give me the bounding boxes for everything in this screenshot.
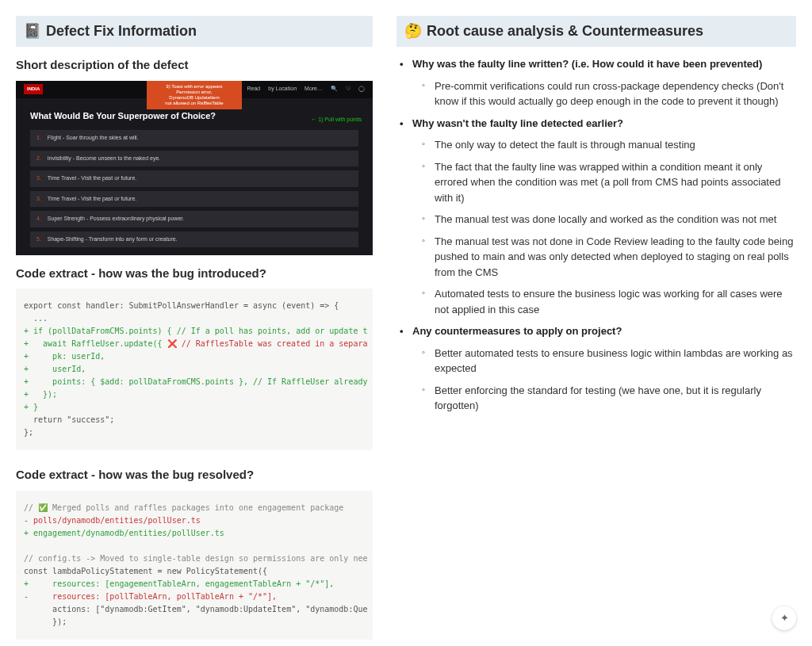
- subheading-code-fix: Code extract - how was the bug resolved?: [16, 466, 373, 484]
- search-icon: 🔍: [331, 85, 338, 94]
- ss-option: 4.Super Strength - Possess extraordinary…: [30, 211, 358, 227]
- list-item: The manual test was done locally and wor…: [422, 212, 796, 227]
- defect-banner: 📓 Defect Fix Information: [16, 16, 373, 47]
- left-column: 📓 Defect Fix Information Short descripti…: [16, 16, 373, 646]
- fab-button[interactable]: ✦: [772, 606, 796, 630]
- user-icon: ◯: [358, 85, 365, 94]
- rca-banner: 🤔 Root cause analysis & Countermeasures: [396, 16, 796, 47]
- list-item: Better enforcing the standard for testin…: [422, 383, 796, 414]
- ss-option: 3.Time Travel - Visit the past or future…: [30, 170, 358, 187]
- list-item: Pre-commit verifications could run cross…: [422, 78, 796, 109]
- rca-list: Why was the faulty line written? (i.e. H…: [396, 56, 796, 414]
- ss-nav-item: More…: [304, 85, 323, 94]
- right-column: 🤔 Root cause analysis & Countermeasures …: [396, 16, 796, 646]
- ss-toast: 3) Toast with error appears Permission e…: [147, 81, 242, 110]
- rca-question-1: Why was the faulty line written? (i.e. H…: [400, 56, 796, 109]
- annotation-1: ← 1) Poll with points: [311, 116, 362, 124]
- code-block-fix: // ✅ Merged polls and raffles packages i…: [16, 491, 373, 640]
- subheading-short-desc: Short description of the defect: [16, 56, 373, 75]
- list-item: The manual test was not done in Code Rev…: [422, 234, 796, 281]
- check-icon: ✅: [38, 503, 48, 512]
- ss-option: 3.Time Travel - Visit the past or future…: [30, 191, 358, 208]
- subheading-code-intro: Code extract - how was the bug introduce…: [16, 265, 373, 283]
- list-item: The only way to detect the fault is thro…: [422, 137, 796, 153]
- ss-nav-item: Read: [247, 85, 261, 94]
- code-block-intro: export const handler: SubmitPollAnswerHa…: [16, 289, 373, 450]
- notebook-icon: 📓: [24, 21, 41, 42]
- rca-question-3: Any countermeasures to apply on project?…: [400, 323, 796, 414]
- ss-option: 1.Flight - Soar through the skies at wil…: [30, 130, 358, 147]
- defect-screenshot: INDIA 🏠 Home All Read by Location More… …: [16, 81, 373, 255]
- defect-title: Defect Fix Information: [46, 21, 197, 42]
- rca-title: Root cause analysis & Countermeasures: [427, 21, 703, 42]
- ss-question: What Would Be Your Superpower of Choice?: [30, 109, 358, 123]
- list-item: Better automated tests to ensure busines…: [422, 346, 796, 377]
- sparkle-icon: ✦: [780, 610, 789, 626]
- ss-nav-item: by Location: [268, 85, 297, 94]
- list-item: Automated tests to ensure the business l…: [422, 286, 796, 317]
- ss-option: 2.Invisibility - Become unseen to the na…: [30, 151, 358, 167]
- bell-icon: ♡: [346, 85, 350, 94]
- cross-icon: ❌: [167, 339, 177, 348]
- ss-logo: INDIA: [24, 84, 43, 94]
- ss-option: 5.Shape-Shifting - Transform into any fo…: [30, 231, 358, 248]
- list-item: The fact that the faulty line was wrappe…: [422, 159, 796, 206]
- thinking-icon: 🤔: [404, 21, 422, 42]
- rca-question-2: Why wasn't the faulty line detected earl…: [400, 116, 796, 318]
